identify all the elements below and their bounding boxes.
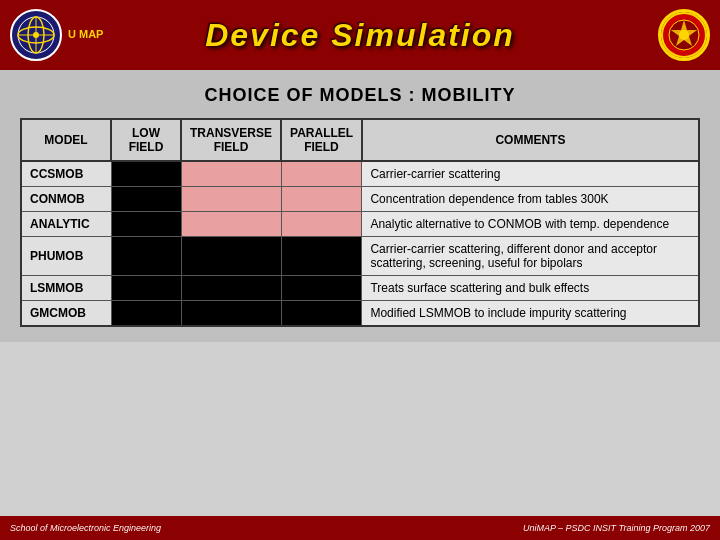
footer-right: UniMAP – PSDC INSIT Training Program 200…	[523, 523, 710, 533]
cell-comments: Carrier-carrier scattering	[362, 161, 699, 187]
cell-low-field	[111, 301, 181, 327]
cell-low-field	[111, 237, 181, 276]
svg-point-9	[679, 30, 689, 40]
header-bar: U MAP Device Simulation	[0, 0, 720, 70]
header-transverse: TRANSVERSE FIELD	[181, 119, 281, 161]
logo-text: U MAP	[68, 28, 103, 41]
cell-transverse	[181, 161, 281, 187]
footer: School of Microelectronic Engineering Un…	[0, 516, 720, 540]
cell-low-field	[111, 212, 181, 237]
cell-comments: Treats surface scattering and bulk effec…	[362, 276, 699, 301]
cell-model: GMCMOB	[21, 301, 111, 327]
main-title: Device Simulation	[205, 17, 515, 54]
cell-model: ANALYTIC	[21, 212, 111, 237]
cell-transverse	[181, 212, 281, 237]
main-content: CHOICE OF MODELS : MOBILITY MODEL LOW FI…	[0, 70, 720, 342]
cell-parallel	[281, 212, 362, 237]
cell-comments: Modified LSMMOB to include impurity scat…	[362, 301, 699, 327]
footer-left: School of Microelectronic Engineering	[10, 523, 161, 533]
table-row: CONMOBConcentration dependence from tabl…	[21, 187, 699, 212]
cell-model: LSMMOB	[21, 276, 111, 301]
cell-parallel	[281, 301, 362, 327]
cell-transverse	[181, 187, 281, 212]
table-row: CCSMOBCarrier-carrier scattering	[21, 161, 699, 187]
cell-parallel	[281, 276, 362, 301]
cell-transverse	[181, 276, 281, 301]
cell-parallel	[281, 237, 362, 276]
cell-parallel	[281, 161, 362, 187]
cell-model: PHUMOB	[21, 237, 111, 276]
header-comments: COMMENTS	[362, 119, 699, 161]
models-table: MODEL LOW FIELD TRANSVERSE FIELD PARALLE…	[20, 118, 700, 327]
cell-low-field	[111, 187, 181, 212]
header-parallel: PARALLEL FIELD	[281, 119, 362, 161]
cell-transverse	[181, 301, 281, 327]
logo-circle	[10, 9, 62, 61]
table-row: ANALYTICAnalytic alternative to CONMOB w…	[21, 212, 699, 237]
cell-parallel	[281, 187, 362, 212]
cell-comments: Analytic alternative to CONMOB with temp…	[362, 212, 699, 237]
title-area: Device Simulation	[205, 17, 515, 54]
logo-area: U MAP	[10, 9, 103, 61]
table-header-row: MODEL LOW FIELD TRANSVERSE FIELD PARALLE…	[21, 119, 699, 161]
table-row: GMCMOBModified LSMMOB to include impurit…	[21, 301, 699, 327]
badge-emblem	[658, 9, 710, 61]
table-row: PHUMOBCarrier-carrier scattering, differ…	[21, 237, 699, 276]
table-row: LSMMOBTreats surface scattering and bulk…	[21, 276, 699, 301]
cell-model: CCSMOB	[21, 161, 111, 187]
page-subtitle: CHOICE OF MODELS : MOBILITY	[20, 85, 700, 106]
header-model: MODEL	[21, 119, 111, 161]
cell-low-field	[111, 161, 181, 187]
header-low-field: LOW FIELD	[111, 119, 181, 161]
cell-model: CONMOB	[21, 187, 111, 212]
cell-transverse	[181, 237, 281, 276]
cell-low-field	[111, 276, 181, 301]
cell-comments: Carrier-carrier scattering, different do…	[362, 237, 699, 276]
cell-comments: Concentration dependence from tables 300…	[362, 187, 699, 212]
